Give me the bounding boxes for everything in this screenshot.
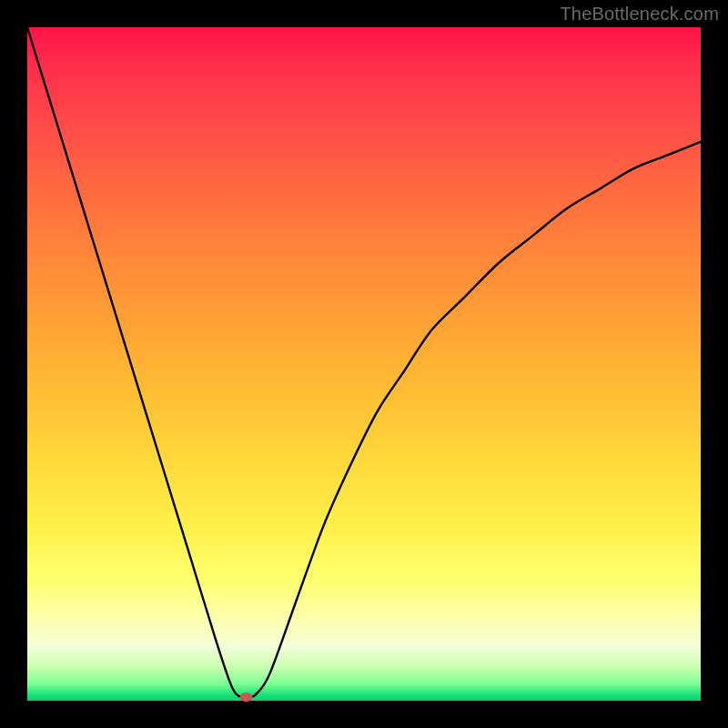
bottleneck-curve xyxy=(27,27,701,701)
minimum-marker xyxy=(240,693,253,702)
curve-path xyxy=(27,27,701,698)
chart-frame: TheBottleneck.com xyxy=(0,0,728,728)
watermark-text: TheBottleneck.com xyxy=(560,4,719,25)
plot-area xyxy=(27,27,701,701)
